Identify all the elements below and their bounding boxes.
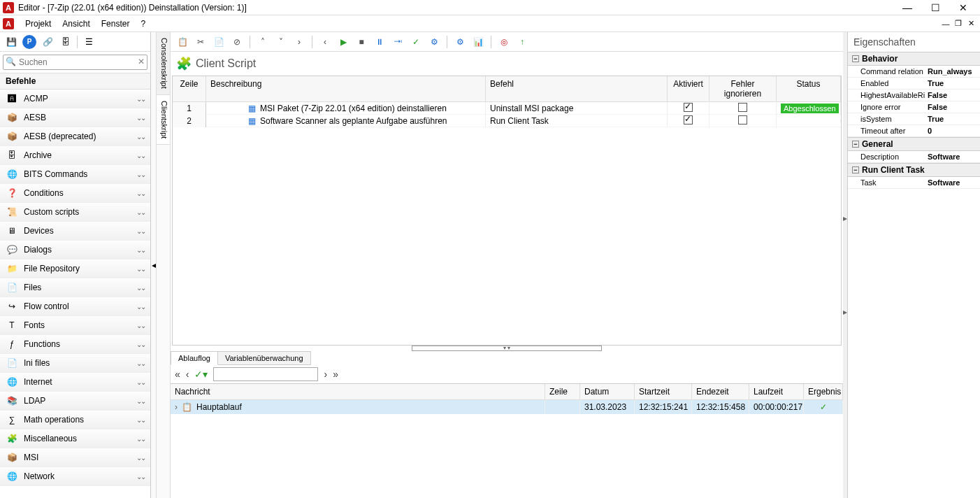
properties-title: Eigenschaften (848, 32, 980, 52)
menu-ansicht[interactable]: Ansicht (57, 17, 95, 30)
sidebar-item-miscellaneous[interactable]: 🧩Miscellaneous⌄⌄ (0, 429, 150, 448)
fehler-checkbox[interactable] (738, 103, 747, 112)
aktiviert-checkbox[interactable] (684, 103, 693, 112)
log-first-icon[interactable]: « (175, 369, 180, 380)
sidebar-item-ldap[interactable]: 📚LDAP⌄⌄ (0, 392, 150, 411)
mdi-restore[interactable]: ❐ (952, 18, 965, 29)
minimize-button[interactable]: — (893, 1, 921, 15)
log-prev-icon[interactable]: ‹ (186, 369, 189, 380)
sidebar-item-devices[interactable]: 🖥Devices⌄⌄ (0, 222, 150, 241)
sidebar-item-acmp[interactable]: 🅰ACMP⌄⌄ (0, 90, 150, 108)
link-icon[interactable]: 🔗 (41, 35, 55, 49)
expand-icon[interactable]: › (175, 402, 178, 412)
client-script-title: Client Script (196, 57, 256, 70)
close-button[interactable]: ✕ (949, 1, 977, 15)
search-input[interactable] (3, 55, 147, 70)
log-row[interactable]: ›📋Hauptablauf 31.03.2023 12:32:15:241 12… (171, 400, 843, 414)
log-col-zeile[interactable]: Zeile (545, 384, 580, 399)
log-col-endezeit[interactable]: Endezeit (692, 384, 749, 399)
log-col-startzeit[interactable]: Startzeit (635, 384, 692, 399)
paste-icon[interactable]: 📋 (175, 34, 190, 50)
group-behavior[interactable]: −Behavior (848, 52, 980, 66)
run-icon[interactable]: ▶ (336, 34, 351, 50)
col-beschreibung[interactable]: Beschreibung (206, 76, 486, 101)
tab-ablauflog[interactable]: Ablauflog (171, 351, 218, 365)
sidebar-item-aesb[interactable]: 📦AESB⌄⌄ (0, 108, 150, 127)
sidebar-item-math-operations[interactable]: ∑Math operations⌄⌄ (0, 411, 150, 429)
col-fehler[interactable]: Fehler ignorieren (709, 76, 777, 101)
log-filter-input[interactable] (213, 367, 318, 381)
sidebar-item-bits-commands[interactable]: 🌐BITS Commands⌄⌄ (0, 165, 150, 184)
sidebar-item-custom-scripts[interactable]: 📜Custom scripts⌄⌄ (0, 203, 150, 222)
sidebar-item-internet[interactable]: 🌐Internet⌄⌄ (0, 373, 150, 392)
down-icon[interactable]: ˅ (273, 34, 289, 50)
sidebar-item-file-repository[interactable]: 📁File Repository⌄⌄ (0, 259, 150, 278)
category-icon: 🖥 (6, 225, 18, 236)
log-last-icon[interactable]: » (333, 369, 338, 380)
clear-search-icon[interactable]: ✕ (138, 57, 145, 66)
category-icon: 🗄 (6, 150, 18, 161)
db-icon[interactable]: 🗄 (59, 35, 73, 49)
col-befehl[interactable]: Befehl (486, 76, 668, 101)
sidebar-item-flow-control[interactable]: ↪Flow control⌄⌄ (0, 297, 150, 316)
sidebar-item-functions[interactable]: ƒFunctions⌄⌄ (0, 335, 150, 354)
p-icon[interactable]: P (22, 35, 36, 49)
category-icon: 📜 (6, 206, 18, 218)
copy-icon[interactable]: 📄 (211, 34, 226, 50)
step-icon[interactable]: ⭲ (390, 34, 405, 50)
log-next-icon[interactable]: › (324, 369, 327, 380)
log-col-nachricht[interactable]: Nachricht (171, 384, 545, 399)
sidebar-item-aesb-deprecated-[interactable]: 📦AESB (deprecated)⌄⌄ (0, 127, 150, 146)
script-row[interactable]: 2▦Software Scanner als geplante Aufgabe … (173, 115, 841, 127)
client-script-header: 🧩 Client Script (171, 52, 843, 76)
sidebar-item-archive[interactable]: 🗄Archive⌄⌄ (0, 146, 150, 165)
sidebar-item-msi[interactable]: 📦MSI⌄⌄ (0, 448, 150, 467)
menu-projekt[interactable]: Projekt (20, 17, 57, 30)
horizontal-splitter[interactable]: ▾ ▾ (171, 346, 843, 351)
sliders-icon[interactable]: ⚙ (426, 34, 442, 50)
save-icon[interactable]: 💾 (4, 35, 18, 49)
pause-icon[interactable]: ⏸ (372, 34, 387, 50)
chevron-down-icon: ⌄⌄ (136, 322, 145, 329)
script-row[interactable]: 1▦MSI Paket (7-Zip 22.01 (x64 edition) d… (173, 102, 841, 115)
chart-icon[interactable]: 📊 (470, 34, 486, 50)
sidebar-item-conditions[interactable]: ❓Conditions⌄⌄ (0, 184, 150, 203)
mdi-close[interactable]: ✕ (965, 18, 977, 29)
delete-icon[interactable]: ⊘ (229, 34, 245, 50)
left-splitter[interactable]: ◂ (151, 32, 157, 498)
sidebar-item-files[interactable]: 📄Files⌄⌄ (0, 278, 150, 297)
mdi-minimize[interactable]: — (939, 18, 952, 29)
log-col-ergebnis[interactable]: Ergebnis (804, 384, 843, 399)
sidebar-item-ini-files[interactable]: 📄Ini files⌄⌄ (0, 354, 150, 373)
group-runtask[interactable]: −Run Client Task (848, 163, 980, 177)
tab-variablen[interactable]: Variablenüberwachung (217, 351, 311, 365)
aktiviert-checkbox[interactable] (684, 115, 693, 124)
upload-icon[interactable]: ↑ (514, 34, 530, 50)
log-col-datum[interactable]: Datum (580, 384, 635, 399)
stop-icon[interactable]: ■ (354, 34, 369, 50)
tab-clientskript[interactable]: Clientskript (157, 95, 170, 145)
log-ok-icon[interactable]: ✓▾ (194, 369, 208, 380)
cut-icon[interactable]: ✂ (193, 34, 208, 50)
target-icon[interactable]: ◎ (496, 34, 512, 50)
right-icon[interactable]: › (291, 34, 307, 50)
group-general[interactable]: −General (848, 137, 980, 151)
sidebar-item-fonts[interactable]: TFonts⌄⌄ (0, 316, 150, 335)
menu-fenster[interactable]: Fenster (96, 17, 136, 30)
check-icon[interactable]: ✓ (408, 34, 424, 50)
gear-icon[interactable]: ⚙ (452, 34, 468, 50)
log-col-laufzeit[interactable]: Laufzeit (749, 384, 804, 399)
tab-consolenskript[interactable]: Consolenskript (157, 32, 170, 95)
maximize-button[interactable]: ☐ (921, 1, 949, 15)
sidebar-item-dialogs[interactable]: 💬Dialogs⌄⌄ (0, 241, 150, 259)
up-icon[interactable]: ˄ (255, 34, 271, 50)
chevron-down-icon: ⌄⌄ (136, 171, 145, 178)
fehler-checkbox[interactable] (738, 115, 747, 124)
col-status[interactable]: Status (777, 76, 841, 101)
sidebar-item-network[interactable]: 🌐Network⌄⌄ (0, 467, 150, 486)
col-zeile[interactable]: Zeile (173, 76, 206, 101)
back-icon[interactable]: ‹ (317, 34, 333, 50)
list-icon[interactable]: ☰ (82, 35, 96, 49)
col-aktiviert[interactable]: Aktiviert (668, 76, 709, 101)
menu-help[interactable]: ? (135, 17, 151, 30)
